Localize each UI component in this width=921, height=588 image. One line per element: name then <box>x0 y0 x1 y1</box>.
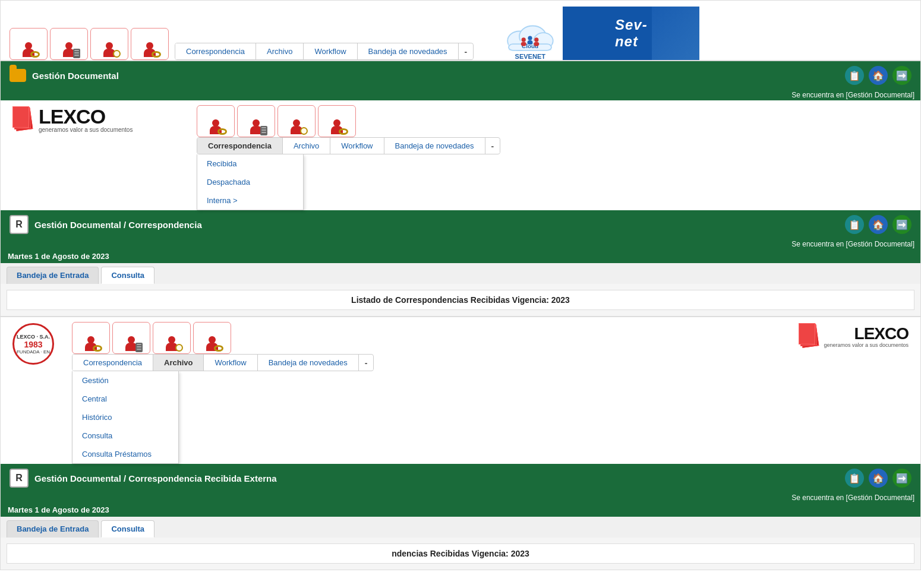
s2-menu-archivo[interactable]: Archivo <box>153 355 204 371</box>
s1-menu-correspondencia[interactable]: Correspondencia <box>197 138 283 154</box>
section1-sub-actions: 📋 🏠 ➡️ <box>845 215 911 234</box>
minus-button[interactable]: - <box>459 45 474 59</box>
s1-icon-workflow[interactable] <box>277 105 316 137</box>
nav-icons-row <box>10 28 169 60</box>
lexco-badge-area: LEXCO · S.A. 1983 FUNDADA · EN <box>1 317 66 371</box>
nav-icon-bandeja[interactable] <box>131 28 169 60</box>
section1-actions: 📋 🏠 ➡️ <box>845 66 911 85</box>
dropdown-consulta[interactable]: Consulta <box>72 426 178 445</box>
s2-correspondencia-icon <box>78 326 103 351</box>
archivo-dropdown: Gestión Central Histórico Consulta Consu… <box>72 371 179 464</box>
section1-tabs: Bandeja de Entrada Consulta <box>1 263 920 284</box>
bandeja-icon <box>137 32 162 57</box>
section1-sub-title: Gestión Documental / Correspondencia <box>34 220 202 230</box>
clipboard-icon-btn[interactable]: 📋 <box>845 66 864 85</box>
section1-content-row: LEXCO generamos valor a sus documentos <box>1 100 920 210</box>
nav-icon-workflow[interactable] <box>90 28 128 60</box>
svg-point-7 <box>521 42 526 46</box>
s2-icon-correspondencia[interactable] <box>72 322 110 354</box>
s1-icon-archivo[interactable] <box>237 105 275 137</box>
folder-icon <box>10 69 26 82</box>
menu-bandeja[interactable]: Bandeja de novedades <box>358 43 459 59</box>
lexco-main: LEXCO <box>39 106 133 127</box>
lexco-big-logo: LEXCO generamos valor a sus documentos <box>799 323 909 350</box>
section1-content-title: Listado de Correspondencias Recibidas Vi… <box>7 290 914 310</box>
sevnet-puzzle: Sev-net <box>563 7 699 60</box>
arrow-icon-btn[interactable]: ➡️ <box>892 66 911 85</box>
badge-year: 1983 <box>24 340 42 349</box>
svg-point-11 <box>534 42 540 46</box>
s1-menu-workflow[interactable]: Workflow <box>330 138 384 154</box>
badge-sub: FUNDADA · EN <box>17 349 50 355</box>
s1-bandeja-icon <box>324 109 349 134</box>
section1-title: Gestión Documental <box>32 71 119 81</box>
svg-point-6 <box>522 37 526 42</box>
s2-r-badge: R <box>10 469 29 488</box>
home-icon-btn[interactable]: 🏠 <box>869 66 888 85</box>
dropdown-gestion[interactable]: Gestión <box>72 371 178 390</box>
top-nav-area: Correspondencia Archivo Workflow Bandeja… <box>1 1 920 60</box>
dropdown-consulta-prestamos[interactable]: Consulta Préstamos <box>72 445 178 463</box>
sevenet-label: SEVENET <box>515 53 545 60</box>
s1-icon-correspondencia[interactable] <box>197 105 235 137</box>
sevnet-text: Sev-net <box>615 17 648 50</box>
s2-menu-bar: Correspondencia Archivo Workflow Bandeja… <box>72 354 374 371</box>
section2-nav-area: Correspondencia Archivo Workflow Bandeja… <box>66 317 787 464</box>
s2-tab-bandeja[interactable]: Bandeja de Entrada <box>7 520 99 538</box>
section2-content-title: ndencias Recibidas Vigencia: 2023 <box>7 543 914 564</box>
section1-content: Listado de Correspondencias Recibidas Vi… <box>1 284 920 316</box>
tab-consulta[interactable]: Consulta <box>101 267 154 284</box>
lexco-big-text: LEXCO generamos valor a sus documentos <box>824 325 909 348</box>
s2-home-btn[interactable]: 🏠 <box>869 469 888 488</box>
lexco-big-main: LEXCO <box>824 325 909 342</box>
menu-correspondencia[interactable]: Correspondencia <box>175 43 256 59</box>
s1-menu-archivo[interactable]: Archivo <box>283 138 330 154</box>
nav-icon-archivo[interactable] <box>50 28 88 60</box>
section2-top-row: LEXCO · S.A. 1983 FUNDADA · EN <box>1 317 920 464</box>
section1-header: Gestión Documental 📋 🏠 ➡️ <box>1 61 920 90</box>
tab-bandeja-entrada[interactable]: Bandeja de Entrada <box>7 267 99 284</box>
s1-menu-bar: Correspondencia Archivo Workflow Bandeja… <box>197 137 500 154</box>
dropdown-recibida[interactable]: Recibida <box>197 154 303 173</box>
section1: Gestión Documental 📋 🏠 ➡️ Se encuentra e… <box>0 61 921 317</box>
s2-clipboard-btn[interactable]: 📋 <box>845 469 864 488</box>
dropdown-despachada[interactable]: Despachada <box>197 173 303 191</box>
s2-tab-consulta[interactable]: Consulta <box>101 520 154 538</box>
s1-arrow-btn[interactable]: ➡️ <box>892 215 911 234</box>
s2-menu-workflow[interactable]: Workflow <box>204 355 257 371</box>
nav-icon-correspondencia[interactable] <box>10 28 48 60</box>
s1-home-btn[interactable]: 🏠 <box>869 215 888 234</box>
lexco-round-badge: LEXCO · S.A. 1983 FUNDADA · EN <box>12 323 54 365</box>
section2: LEXCO · S.A. 1983 FUNDADA · EN <box>0 317 921 570</box>
dropdown-central[interactable]: Central <box>72 390 178 408</box>
r-badge: R <box>10 215 29 234</box>
section1-title-row: Gestión Documental <box>10 69 119 82</box>
s2-arrow-btn[interactable]: ➡️ <box>892 469 911 488</box>
s1-workflow-icon <box>284 109 309 134</box>
svg-point-10 <box>534 37 538 42</box>
s2-icon-bandeja[interactable] <box>193 322 231 354</box>
s2-minus[interactable]: - <box>359 356 374 370</box>
menu-workflow[interactable]: Workflow <box>304 43 357 59</box>
archivo-icon <box>56 32 81 57</box>
s1-icon-bandeja[interactable] <box>318 105 356 137</box>
top-section: Correspondencia Archivo Workflow Bandeja… <box>0 0 921 61</box>
s2-menu-bandeja[interactable]: Bandeja de novedades <box>258 355 359 371</box>
s2-icon-archivo[interactable] <box>112 322 150 354</box>
svg-point-9 <box>528 40 533 45</box>
dropdown-historico[interactable]: Histórico <box>72 408 178 426</box>
s2-icon-workflow[interactable] <box>153 322 191 354</box>
s1-clipboard-btn[interactable]: 📋 <box>845 215 864 234</box>
section2-tabs: Bandeja de Entrada Consulta <box>1 517 920 538</box>
section2-content: ndencias Recibidas Vigencia: 2023 <box>1 538 920 570</box>
s1-minus[interactable]: - <box>485 139 500 153</box>
menu-archivo[interactable]: Archivo <box>256 43 304 59</box>
lexco-logo-area: LEXCO generamos valor a sus documentos <box>1 100 191 139</box>
dropdown-interna[interactable]: Interna > <box>197 191 303 210</box>
section1-sub-location: Se encuentra en [Gestión Documental] <box>1 239 920 249</box>
workflow-icon <box>97 32 122 57</box>
s1-menu-bandeja[interactable]: Bandeja de novedades <box>384 138 485 154</box>
s2-menu-correspondencia[interactable]: Correspondencia <box>72 355 153 371</box>
s2-archivo-icon <box>119 326 144 351</box>
lexco-pages-stack <box>12 106 34 133</box>
